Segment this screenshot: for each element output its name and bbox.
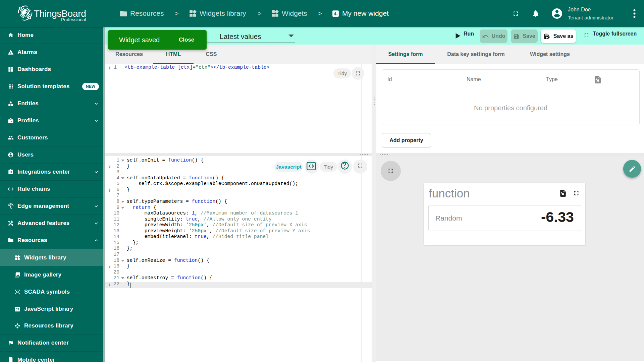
svg-text:JS: JS	[16, 308, 19, 311]
